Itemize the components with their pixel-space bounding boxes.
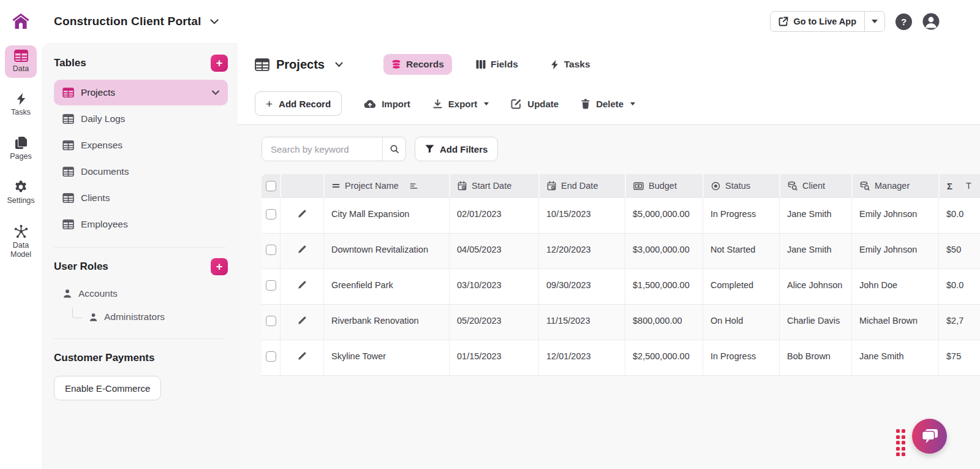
- cell-end-date[interactable]: 11/15/2023: [538, 304, 625, 340]
- home-icon[interactable]: [12, 13, 30, 30]
- edit-row-icon[interactable]: [298, 280, 307, 289]
- cell-client[interactable]: Charlie Davis: [779, 304, 851, 340]
- row-checkbox[interactable]: [266, 280, 276, 291]
- rail-item-pages[interactable]: Pages: [5, 132, 37, 166]
- cell-manager[interactable]: Emily Johnson: [851, 197, 938, 233]
- cell-budget[interactable]: $3,000,000.00: [625, 233, 703, 269]
- cell-budget[interactable]: $2,500,000.00: [625, 340, 703, 376]
- cell-end-date[interactable]: 12/20/2023: [538, 233, 625, 269]
- sort-icon[interactable]: [410, 183, 418, 189]
- column-header-manager[interactable]: Manager: [851, 174, 938, 197]
- rail-item-tasks[interactable]: Tasks: [5, 88, 37, 121]
- cell-budget[interactable]: $5,000,000.00: [625, 197, 703, 233]
- go-to-live-app-dropdown[interactable]: [864, 12, 884, 31]
- cell-status[interactable]: On Hold: [703, 304, 779, 340]
- cell-status[interactable]: In Progress: [703, 340, 779, 376]
- cell-end-date[interactable]: 10/15/2023: [538, 197, 625, 233]
- column-header-project-name[interactable]: Project Name: [323, 174, 449, 197]
- update-button[interactable]: Update: [511, 98, 559, 109]
- row-checkbox[interactable]: [266, 316, 276, 326]
- role-item-accounts[interactable]: Accounts: [54, 282, 228, 305]
- sidebar-item-employees[interactable]: Employees: [54, 212, 228, 237]
- cell-start-date[interactable]: 05/20/2023: [449, 304, 538, 340]
- sidebar-item-clients[interactable]: Clients: [54, 185, 228, 211]
- add-user-role-button[interactable]: +: [211, 258, 228, 275]
- column-header-sum[interactable]: Σ T: [938, 174, 980, 197]
- cell-start-date[interactable]: 02/01/2023: [449, 197, 538, 233]
- cell-sum[interactable]: $0.0: [938, 197, 980, 233]
- enable-ecommerce-button[interactable]: Enable E-Commerce: [54, 376, 161, 400]
- role-item-administrators[interactable]: Administrators: [54, 305, 228, 329]
- entity-selector[interactable]: Projects: [255, 58, 343, 72]
- edit-row-icon[interactable]: [298, 316, 307, 325]
- cell-start-date[interactable]: 03/10/2023: [449, 269, 538, 304]
- cell-status[interactable]: Completed: [703, 269, 779, 304]
- go-to-live-app-button[interactable]: Go to Live App: [771, 12, 864, 31]
- edit-row-icon[interactable]: [298, 209, 307, 218]
- chat-widget-button[interactable]: [912, 419, 947, 454]
- cell-client[interactable]: Alice Johnson: [779, 269, 851, 304]
- cell-project-name[interactable]: Greenfield Park: [323, 269, 449, 304]
- cell-manager[interactable]: Michael Brown: [851, 304, 938, 340]
- help-button[interactable]: ?: [895, 13, 912, 30]
- cell-end-date[interactable]: 09/30/2023: [538, 269, 625, 304]
- tab-fields[interactable]: Fields: [468, 54, 526, 75]
- column-header-budget[interactable]: Budget: [625, 174, 703, 197]
- row-checkbox[interactable]: [266, 245, 276, 255]
- cell-client[interactable]: Bob Brown: [779, 340, 851, 376]
- banknote-icon: [633, 182, 644, 190]
- search-input[interactable]: [262, 137, 382, 161]
- rail-item-data[interactable]: Data: [5, 45, 37, 78]
- search-submit-button[interactable]: [382, 137, 405, 161]
- cell-sum[interactable]: $50: [938, 233, 980, 269]
- edit-row-icon[interactable]: [298, 351, 307, 360]
- row-edit-cell: [280, 304, 323, 340]
- cell-start-date[interactable]: 04/05/2023: [449, 233, 538, 269]
- row-checkbox[interactable]: [266, 209, 276, 219]
- cell-end-date[interactable]: 12/01/2023: [538, 340, 625, 376]
- sidebar-item-expenses[interactable]: Expenses: [54, 132, 228, 158]
- cell-manager[interactable]: Emily Johnson: [851, 233, 938, 269]
- add-table-button[interactable]: +: [211, 55, 228, 72]
- sidebar-item-daily-logs[interactable]: Daily Logs: [54, 106, 228, 132]
- cell-project-name[interactable]: Skyline Tower: [323, 340, 449, 376]
- cell-project-name[interactable]: Downtown Revitalization: [323, 233, 449, 269]
- widget-drag-handle[interactable]: [896, 429, 906, 456]
- cell-budget[interactable]: $800,000.00: [625, 304, 703, 340]
- rail-item-settings[interactable]: Settings: [3, 176, 38, 210]
- export-button[interactable]: Export: [432, 99, 489, 109]
- cell-start-date[interactable]: 01/15/2023: [449, 340, 538, 376]
- cell-budget[interactable]: $1,500,000.00: [625, 269, 703, 304]
- tab-tasks[interactable]: Tasks: [542, 54, 598, 75]
- cell-project-name[interactable]: Riverbank Renovation: [323, 304, 449, 340]
- cell-project-name[interactable]: City Mall Expansion: [323, 197, 449, 233]
- edit-row-icon[interactable]: [298, 245, 307, 254]
- rail-item-data-model[interactable]: Data Model: [4, 220, 38, 264]
- tab-records[interactable]: Records: [383, 54, 452, 75]
- cell-manager[interactable]: Jane Smith: [851, 340, 938, 376]
- sidebar-item-projects[interactable]: Projects: [54, 80, 228, 105]
- cell-client[interactable]: Jane Smith: [779, 233, 851, 269]
- row-checkbox[interactable]: [266, 351, 276, 362]
- sidebar-item-documents[interactable]: Documents: [54, 159, 228, 185]
- delete-button[interactable]: Delete: [581, 99, 635, 109]
- cell-client[interactable]: Jane Smith: [779, 197, 851, 233]
- select-all-header[interactable]: [262, 174, 280, 197]
- import-button[interactable]: Import: [364, 99, 410, 109]
- cell-status[interactable]: Not Started: [703, 233, 779, 269]
- column-header-client[interactable]: Client: [779, 174, 851, 197]
- cell-sum[interactable]: $0.0: [938, 269, 980, 304]
- cell-sum[interactable]: $75: [938, 340, 980, 376]
- cell-sum[interactable]: $2,7: [938, 304, 980, 340]
- add-filters-button[interactable]: Add Filters: [415, 137, 498, 161]
- column-header-end-date[interactable]: End Date: [538, 174, 625, 197]
- cell-manager[interactable]: John Doe: [851, 269, 938, 304]
- cell-status[interactable]: In Progress: [703, 197, 779, 233]
- column-header-start-date[interactable]: Start Date: [449, 174, 538, 197]
- account-avatar-button[interactable]: [922, 13, 940, 30]
- tables-list: Projects Daily Logs Expenses Documents: [54, 80, 228, 237]
- add-record-button[interactable]: + Add Record: [255, 91, 342, 116]
- app-title-chevron-icon[interactable]: [210, 19, 219, 25]
- select-all-checkbox[interactable]: [266, 181, 276, 191]
- column-header-status[interactable]: Status: [703, 174, 779, 197]
